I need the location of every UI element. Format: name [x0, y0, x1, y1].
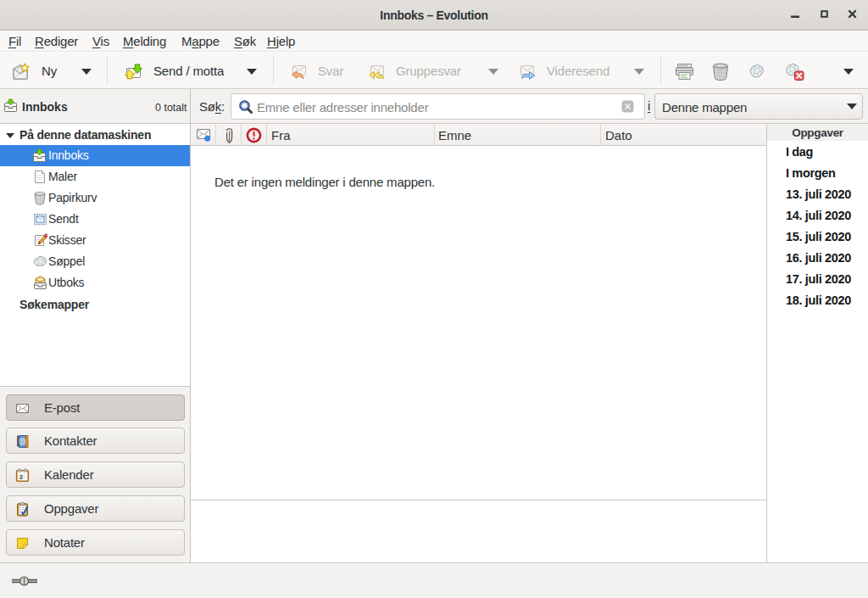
svg-text:3: 3	[19, 473, 24, 481]
